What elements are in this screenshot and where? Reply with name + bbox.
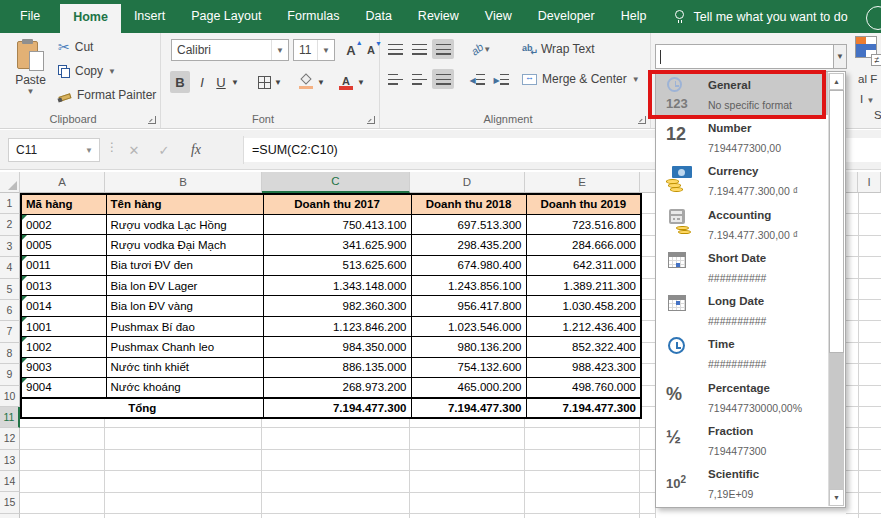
cell-c6[interactable]: 982.360.300 (263, 296, 411, 316)
merge-center-dropdown-arrow[interactable]: ▼ (632, 75, 640, 84)
menu-item-general[interactable]: 123 GeneralNo specific format (656, 72, 828, 115)
orientation-button[interactable]: ab ▼ (466, 39, 496, 59)
menu-item-short-date[interactable]: Short Date########## (656, 245, 828, 288)
column-header-e[interactable]: E (525, 172, 640, 193)
cut-button[interactable]: ✂ Cut (58, 40, 93, 54)
fill-color-button[interactable] (297, 71, 315, 93)
tab-review[interactable]: Review (405, 0, 472, 33)
cell-b4[interactable]: Bia tươi ĐV đen (106, 255, 263, 275)
cell-d2[interactable]: 697.513.300 (411, 214, 526, 234)
cell-a8[interactable]: 1002 (21, 337, 106, 357)
tab-home[interactable]: Home (60, 4, 121, 33)
menu-item-number[interactable]: 12 Number7194477300,00 (656, 115, 828, 158)
decrease-indent-button[interactable]: ◀ (466, 69, 488, 89)
cell-c4[interactable]: 513.625.600 (263, 255, 411, 275)
fill-color-dropdown-arrow[interactable]: ▼ (315, 71, 327, 93)
cancel-button[interactable]: ✕ (122, 139, 146, 161)
tab-help[interactable]: Help (608, 0, 660, 33)
cell-e6[interactable]: 1.030.458.200 (526, 296, 641, 316)
cell-b8[interactable]: Pushmax Chanh leo (106, 337, 263, 357)
tab-developer[interactable]: Developer (525, 0, 608, 33)
cell-e7[interactable]: 1.212.436.400 (526, 316, 641, 336)
row-header-9[interactable]: 9 (0, 364, 20, 385)
cell-e4[interactable]: 642.311.000 (526, 255, 641, 275)
row-header-3[interactable]: 3 (0, 236, 20, 257)
cell-d6[interactable]: 956.417.800 (411, 296, 526, 316)
align-center-button[interactable] (408, 69, 430, 89)
middle-align-button[interactable] (408, 39, 430, 59)
menu-item-percentage[interactable]: % Percentage719447730000,00% (656, 375, 828, 418)
row-header-5[interactable]: 5 (0, 279, 20, 300)
bold-button[interactable]: B (170, 71, 190, 93)
cell-d9[interactable]: 754.132.600 (411, 357, 526, 377)
cell-d10[interactable]: 465.000.200 (411, 378, 526, 398)
cell-e10[interactable]: 498.760.000 (526, 378, 641, 398)
scroll-down-arrow[interactable]: ▼ (829, 489, 844, 506)
cell-e5[interactable]: 1.389.211.300 (526, 276, 641, 296)
tell-me-box[interactable]: Tell me what you want to do (673, 0, 847, 33)
row-header-16[interactable]: 16 (0, 514, 20, 518)
increase-indent-button[interactable]: ▶ (490, 69, 512, 89)
font-dialog-launcher[interactable] (367, 116, 375, 124)
menu-item-accounting[interactable]: Accounting7.194.477.300,00 ₫ (656, 202, 828, 245)
header-cell-1[interactable]: Tên hàng (106, 194, 263, 214)
cell-c8[interactable]: 984.350.000 (263, 337, 411, 357)
menu-item-scientific[interactable]: 102 Scientific7,19E+09 (656, 462, 828, 505)
font-size-combobox[interactable]: 11 ▼ (293, 39, 335, 61)
cell-b9[interactable]: Nước tinh khiết (106, 357, 263, 377)
header-cell-2[interactable]: Doanh thu 2017 (263, 194, 411, 214)
enter-button[interactable]: ✓ (152, 139, 176, 161)
cell-e8[interactable]: 852.322.400 (526, 337, 641, 357)
increase-font-size-button[interactable]: A▲ (341, 39, 361, 61)
paste-button[interactable]: Paste ▼ (7, 38, 54, 116)
number-format-combobox[interactable] (655, 44, 835, 69)
header-cell-4[interactable]: Doanh thu 2019 (526, 194, 641, 214)
font-name-dropdown-arrow[interactable]: ▼ (271, 40, 288, 60)
cell-b10[interactable]: Nước khoáng (106, 378, 263, 398)
cell-total-c11[interactable]: 7.194.477.300 (263, 398, 411, 418)
tab-page-layout[interactable]: Page Layout (178, 0, 274, 33)
cell-b6[interactable]: Bia lon ĐV vàng (106, 296, 263, 316)
cell-b2[interactable]: Rượu vodka Lạc Hồng (106, 214, 263, 234)
cell-d4[interactable]: 674.980.400 (411, 255, 526, 275)
column-header-i[interactable]: I (858, 172, 881, 193)
row-header-6[interactable]: 6 (0, 300, 20, 321)
scrollbar-thumb[interactable] (829, 90, 844, 353)
cell-c2[interactable]: 750.413.100 (263, 214, 411, 234)
alignment-dialog-launcher[interactable] (638, 116, 646, 124)
column-header-b[interactable]: B (105, 172, 262, 193)
row-header-15[interactable]: 15 (0, 492, 20, 513)
format-painter-button[interactable]: Format Painter (58, 88, 156, 102)
name-box-dropdown-arrow[interactable]: ▼ (85, 146, 99, 155)
cell-e3[interactable]: 284.666.000 (526, 235, 641, 255)
cell-c10[interactable]: 268.973.200 (263, 378, 411, 398)
cell-d8[interactable]: 980.136.200 (411, 337, 526, 357)
borders-dropdown-arrow[interactable]: ▼ (272, 71, 284, 93)
menu-item-currency[interactable]: Currency7.194.477.300,00 ₫ (656, 159, 828, 202)
column-header-f-sliver[interactable] (640, 172, 656, 193)
cell-d3[interactable]: 298.435.200 (411, 235, 526, 255)
row-header-4[interactable]: 4 (0, 257, 20, 278)
conditional-formatting-icon[interactable]: ≠ (855, 36, 881, 63)
cell-c3[interactable]: 341.625.900 (263, 235, 411, 255)
merge-center-button[interactable]: Merge & Center ▼ (522, 72, 640, 86)
column-header-a[interactable]: A (20, 172, 105, 193)
tab-formulas[interactable]: Formulas (274, 0, 352, 33)
menu-item-time[interactable]: Time########## (656, 332, 828, 375)
cell-total-e11[interactable]: 7.194.477.300 (526, 398, 641, 418)
column-header-d[interactable]: D (410, 172, 525, 193)
font-name-combobox[interactable]: Calibri ▼ (171, 39, 289, 61)
cell-d7[interactable]: 1.023.546.000 (411, 316, 526, 336)
wrap-text-button[interactable]: ab↵ Wrap Text (522, 42, 595, 56)
borders-button[interactable] (256, 73, 272, 91)
row-header-14[interactable]: 14 (0, 471, 20, 492)
cell-b7[interactable]: Pushmax Bí đao (106, 316, 263, 336)
select-all-corner[interactable] (0, 172, 20, 193)
menu-item-long-date[interactable]: Long Date########## (656, 288, 828, 331)
tab-insert[interactable]: Insert (121, 0, 178, 33)
align-right-button[interactable] (432, 69, 454, 89)
tab-file[interactable]: File (0, 0, 60, 33)
row-header-10[interactable]: 10 (0, 386, 20, 407)
header-cell-0[interactable]: Mã hàng (21, 194, 106, 214)
row-header-7[interactable]: 7 (0, 321, 20, 342)
